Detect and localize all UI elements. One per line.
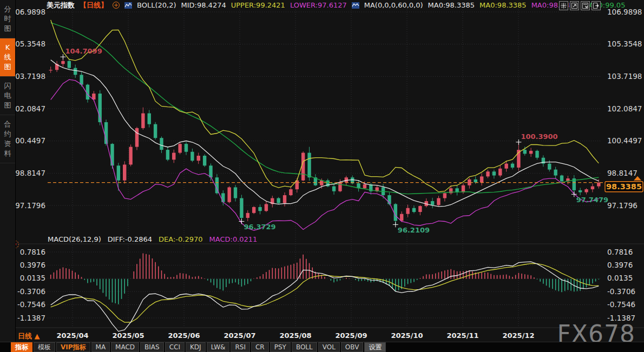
macd-axis-label-left: -1.1387	[17, 314, 45, 322]
toolbar-button-10[interactable]: CR	[251, 342, 269, 352]
macd-dea-value: DEA:-0.2970	[159, 235, 202, 243]
price-axis-label-left: 105.3548	[11, 39, 45, 48]
ma-label: MA(0,0,0,60,0,0)	[364, 1, 423, 9]
price-axis-label-left: 97.1796	[15, 201, 45, 210]
sidebar-item-time-chart[interactable]: 分时图	[0, 0, 15, 38]
macd-axis-label-right: 0.3976	[607, 261, 633, 269]
chart-tools	[559, 1, 601, 10]
boll-upper-value: UPPER:99.2421	[231, 1, 285, 9]
sidebar-item-kline-chart[interactable]: K线图	[0, 38, 15, 77]
price-axis-label-right: 100.4497	[607, 136, 642, 145]
period-label: 日线	[18, 332, 32, 340]
toolbar-button-6[interactable]: CCI	[165, 342, 185, 352]
boll-lower-value: LOWER:97.6127	[290, 1, 347, 9]
macd-label: MACD(26,12,9)	[48, 235, 101, 243]
x-axis-date: 2025/06	[168, 331, 200, 340]
macd-header: MACD(26,12,9) DIFF:-0.2864 DEA:-0.2970 M…	[48, 235, 257, 243]
macd-axis-label-left: -0.3706	[17, 287, 45, 296]
ma-legend-icon[interactable]	[352, 2, 359, 9]
indicator-toolbar: 指标模板VIP指标MAMACDBIASCCIKDJLW&RSICRPSYBOLL…	[0, 342, 644, 352]
price-annotation: 96.2109	[398, 226, 430, 234]
macd-diff-value: DIFF:-0.2864	[108, 235, 152, 243]
macd-axis-label-left: 0.3976	[20, 261, 45, 269]
toolbar-button-2[interactable]: VIP指标	[56, 342, 90, 352]
price-axis-label-left: 100.4497	[11, 136, 45, 145]
zoom-in-icon[interactable]	[570, 1, 579, 10]
price-axis-label-left: 98.8147	[15, 169, 45, 177]
price-annotation: 96.3729	[244, 223, 275, 231]
x-axis-dates: 2025/042025/052025/062025/072025/082025/…	[0, 329, 644, 342]
boll-legend-icon[interactable]	[124, 2, 132, 9]
sidebar-item-contract-info[interactable]: 合约资料	[0, 115, 15, 163]
macd-axis-label-right: -0.3706	[607, 287, 635, 296]
ma0-white-value: MA0:98.3385	[428, 1, 475, 9]
price-axis-label-right: 103.7198	[607, 72, 642, 81]
ma0-yellow-value: MA0:98.3385	[479, 1, 527, 9]
move-crosshair-icon[interactable]	[559, 1, 568, 10]
boll-label: BOLL(20,2)	[137, 1, 176, 9]
toolbar-button-5[interactable]: BIAS	[140, 342, 164, 352]
toolbar-button-14[interactable]: OBV	[341, 342, 364, 352]
price-axis-label-right: 102.0847	[607, 104, 642, 113]
toolbar-button-0[interactable]: 指标	[11, 342, 32, 352]
toolbar-button-3[interactable]: MA	[91, 342, 110, 352]
macd-axis-label-left: 0.0135	[20, 274, 45, 282]
toolbar-button-8[interactable]: LW&	[207, 342, 230, 352]
chart-canvas[interactable]: 106.9898106.9898105.3548105.3548103.7198…	[0, 0, 644, 352]
macd-axis-label-left: -0.7546	[17, 300, 45, 309]
x-axis-date: 2025/12	[502, 331, 534, 340]
x-axis-date: 2025/04	[56, 331, 88, 340]
price-axis-label-right: 97.1796	[607, 201, 638, 210]
period-selector[interactable]: 日线 ▲	[18, 331, 40, 341]
x-axis-date: 2025/09	[335, 331, 367, 340]
boll-mid-value: MID:98.4274	[181, 1, 226, 9]
x-axis-date: 2025/11	[446, 331, 478, 340]
toolbar-button-1[interactable]: 模板	[34, 342, 55, 352]
macd-axis-label-right: -0.7546	[607, 300, 635, 309]
toolbar-button-15[interactable]: 设置	[364, 342, 386, 352]
period-tag: 【日线】	[80, 1, 108, 10]
toolbar-button-13[interactable]: VOL	[318, 342, 340, 352]
zoom-out-icon[interactable]	[581, 1, 590, 10]
price-annotation: 100.3900	[521, 132, 557, 141]
sidebar-item-lightning-chart[interactable]: 闪电图	[0, 77, 15, 115]
macd-axis-label-left: 0.7816	[20, 248, 45, 256]
price-axis-label-left: 103.7198	[11, 72, 45, 81]
price-axis-label-right: 105.3548	[607, 39, 642, 48]
toolbar-button-9[interactable]: RSI	[231, 342, 250, 352]
toolbar-button-7[interactable]: KDJ	[186, 342, 206, 352]
sidebar: 分时图 K线图 闪电图 合约资料	[0, 0, 16, 342]
macd-axis-label-right: 0.7816	[607, 248, 633, 256]
current-price-value: 98.3385	[606, 182, 642, 191]
add-indicator-icon[interactable]: +	[113, 2, 120, 9]
macd-axis-label-right: 0.0135	[607, 274, 633, 282]
pan-right-icon[interactable]	[592, 1, 601, 10]
x-axis-date: 2025/05	[112, 331, 144, 340]
price-axis-label-right: 98.8147	[607, 169, 638, 177]
toolbar-button-4[interactable]: MACD	[111, 342, 139, 352]
period-arrow-icon: ▲	[35, 332, 40, 340]
toolbar-button-11[interactable]: PSY	[270, 342, 291, 352]
toolbar-button-12[interactable]: BOLL	[292, 342, 317, 352]
symbol-name: 美元指数	[47, 1, 75, 10]
x-axis-date: 2025/07	[224, 331, 255, 340]
price-axis-label-left: 102.0847	[11, 104, 45, 113]
trading-app-window: 106.9898106.9898105.3548105.3548103.7198…	[0, 0, 644, 352]
x-axis-date: 2025/10	[391, 331, 423, 340]
price-annotation: 97.7479	[576, 196, 608, 204]
macd-macd-value: MACD:0.0211	[209, 235, 258, 243]
chart-header: 美元指数 【日线】 + BOLL(20,2) MID:98.4274 UPPER…	[15, 0, 625, 10]
price-annotation: 104.7099	[65, 47, 102, 55]
x-axis-date: 2025/08	[279, 331, 311, 340]
